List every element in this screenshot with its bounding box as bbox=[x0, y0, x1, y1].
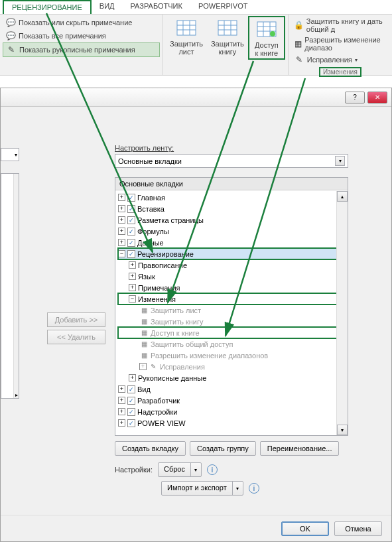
label: Исправления bbox=[307, 56, 352, 64]
scroll-up[interactable]: ▴ bbox=[337, 191, 348, 202]
cmd-icon: ▦ bbox=[139, 351, 149, 360]
svg-point-15 bbox=[270, 31, 275, 36]
expand-icon[interactable]: + bbox=[129, 261, 136, 269]
scrollbar[interactable]: ▴ ▾ bbox=[336, 191, 348, 435]
tree-row-layout[interactable]: +✓Разметка страницы bbox=[118, 214, 345, 226]
main-tabs-combo[interactable]: Основные вкладки ▾ bbox=[115, 154, 348, 168]
tree-row-view[interactable]: +✓Вид bbox=[118, 383, 345, 395]
checkbox[interactable]: ✓ bbox=[127, 194, 135, 202]
btn-track-changes[interactable]: ✎ Исправления ▾ bbox=[291, 53, 389, 66]
expand-icon[interactable]: + bbox=[118, 419, 125, 427]
expand-icon[interactable]: + bbox=[129, 284, 136, 291]
tree-label: Рукописные данные bbox=[138, 374, 206, 382]
btn-show-hide-comment[interactable]: 💬 Показать или скрыть примечание bbox=[3, 16, 160, 29]
tree-row-share-book[interactable]: ▦Доступ к книге bbox=[118, 327, 345, 338]
new-group-button[interactable]: Создать группу bbox=[190, 441, 256, 456]
ok-button[interactable]: OK bbox=[281, 521, 329, 536]
tree-label: Примечания bbox=[138, 284, 180, 292]
left-list-stub[interactable]: ▸ bbox=[1, 173, 19, 399]
tab-review[interactable]: РЕЦЕНЗИРОВАНИЕ bbox=[3, 0, 92, 14]
cancel-button[interactable]: Отмена bbox=[334, 521, 382, 536]
tree-row-protect-share[interactable]: ▦Защитить общий доступ bbox=[118, 338, 345, 350]
btn-protect-book[interactable]: Защитить книгу bbox=[207, 16, 248, 57]
tree-row-track[interactable]: +✎Исправления bbox=[118, 361, 345, 372]
tree-row-changes[interactable]: −Изменения bbox=[118, 293, 345, 305]
btn-show-ink[interactable]: ✎ Показать рукописные примечания bbox=[3, 42, 160, 57]
expand-icon[interactable]: + bbox=[118, 216, 125, 224]
collapse-icon[interactable]: − bbox=[129, 295, 136, 303]
tree-row-powerview[interactable]: +✓POWER VIEW bbox=[118, 417, 345, 429]
tree-row-home[interactable]: +✓Главная bbox=[118, 192, 345, 203]
svg-rect-5 bbox=[218, 21, 237, 35]
label: Защитить книгу bbox=[211, 40, 244, 56]
expand-icon[interactable]: + bbox=[118, 228, 125, 235]
rename-button[interactable]: Переименование... bbox=[260, 441, 340, 456]
checkbox[interactable]: ✓ bbox=[127, 419, 135, 427]
import-export-button[interactable]: Импорт и экспорт ▾ bbox=[161, 481, 243, 496]
tree-label: Защитить лист bbox=[151, 306, 201, 314]
expand-icon[interactable]: + bbox=[118, 408, 125, 415]
tree-row-ink[interactable]: +Рукописные данные bbox=[118, 372, 345, 383]
expand-icon[interactable]: + bbox=[139, 363, 147, 370]
scroll-down[interactable]: ▾ bbox=[337, 425, 348, 435]
tree-row-review[interactable]: −✓Рецензирование bbox=[118, 248, 345, 259]
close-button[interactable]: ✕ bbox=[367, 92, 387, 103]
tree-row-spelling[interactable]: +Правописание bbox=[118, 259, 345, 271]
new-tab-button[interactable]: Создать вкладку bbox=[115, 441, 186, 456]
cmd-icon: ▦ bbox=[139, 306, 149, 315]
combo-value: Основные вкладки bbox=[118, 157, 182, 165]
tree-row-formulas[interactable]: +✓Формулы bbox=[118, 226, 345, 237]
checkbox[interactable]: ✓ bbox=[127, 408, 135, 416]
tree-row-protect-book[interactable]: ▦Защитить книгу bbox=[118, 316, 345, 327]
ribbon-tabs: РЕЦЕНЗИРОВАНИЕ ВИД РАЗРАБОТЧИК POWERPIVO… bbox=[0, 0, 392, 15]
btn-share-workbook[interactable]: Доступ к книге bbox=[248, 16, 285, 60]
info-icon: i bbox=[249, 483, 259, 494]
tab-developer[interactable]: РАЗРАБОТЧИК bbox=[123, 0, 190, 14]
expand-icon[interactable]: + bbox=[118, 194, 125, 201]
tree-row-comments[interactable]: +Примечания bbox=[118, 282, 345, 293]
group-comments: 💬 Показать или скрыть примечание 💬 Показ… bbox=[0, 15, 163, 75]
expand-icon[interactable]: + bbox=[129, 374, 136, 381]
checkbox[interactable]: ✓ bbox=[127, 397, 135, 405]
tree-row-allow-ranges[interactable]: ▦Разрешить изменение диапазонов bbox=[118, 350, 345, 361]
reset-button[interactable]: Сброс ▾ bbox=[158, 462, 202, 477]
expand-icon[interactable]: + bbox=[118, 205, 125, 212]
btn-show-all-comments[interactable]: 💬 Показать все примечания bbox=[3, 29, 160, 42]
tab-view[interactable]: ВИД bbox=[92, 0, 123, 14]
tree-row-protect-sheet[interactable]: ▦Защитить лист bbox=[118, 305, 345, 316]
checkbox[interactable]: ✓ bbox=[127, 385, 135, 393]
chevron-down-icon: ▾ bbox=[190, 463, 201, 476]
collapse-icon[interactable]: − bbox=[118, 250, 125, 257]
left-combo-stub[interactable]: ▾ bbox=[1, 148, 19, 161]
chevron-down-icon: ▾ bbox=[355, 57, 358, 63]
checkbox[interactable]: ✓ bbox=[127, 250, 135, 258]
btn-allow-ranges[interactable]: ▦ Разрешить изменение диапазо bbox=[291, 34, 389, 53]
settings-label: Настройки: bbox=[115, 466, 153, 474]
remove-button[interactable]: << Удалить bbox=[47, 330, 105, 344]
checkbox[interactable]: ✓ bbox=[127, 239, 135, 247]
tree-row-addins[interactable]: +✓Надстройки bbox=[118, 406, 345, 417]
expand-icon[interactable]: + bbox=[118, 385, 125, 393]
expand-icon[interactable]: + bbox=[129, 273, 136, 280]
checkbox[interactable]: ✓ bbox=[127, 205, 135, 213]
expand-icon[interactable]: + bbox=[118, 397, 125, 404]
expand-icon[interactable]: + bbox=[118, 239, 125, 246]
btn-protect-and-share[interactable]: 🔒 Защитить книгу и дать общий д bbox=[291, 16, 389, 34]
checkbox[interactable]: ✓ bbox=[127, 228, 135, 236]
grid-icon bbox=[217, 17, 238, 38]
checkbox[interactable]: ✓ bbox=[127, 216, 135, 224]
tree-row-language[interactable]: +Язык bbox=[118, 271, 345, 282]
tree-row-developer[interactable]: +✓Разработчик bbox=[118, 395, 345, 406]
tree-row-data[interactable]: +✓Данные bbox=[118, 237, 345, 248]
tree-label: Доступ к книге bbox=[151, 329, 200, 337]
cmd-icon: ▦ bbox=[139, 328, 149, 338]
add-button[interactable]: Добавить >> bbox=[47, 312, 105, 327]
btn-protect-sheet[interactable]: Защитить лист bbox=[166, 16, 207, 57]
group-label-changes: Изменения bbox=[291, 66, 389, 78]
tree-row-insert[interactable]: +✓Вставка bbox=[118, 203, 345, 214]
help-button[interactable]: ? bbox=[345, 92, 365, 103]
label: Разрешить изменение диапазо bbox=[304, 36, 387, 52]
tree-label: Главная bbox=[137, 194, 165, 202]
tab-powerpivot[interactable]: POWERPIVOT bbox=[190, 0, 256, 14]
configure-label: Настроить ленту: bbox=[115, 144, 348, 152]
